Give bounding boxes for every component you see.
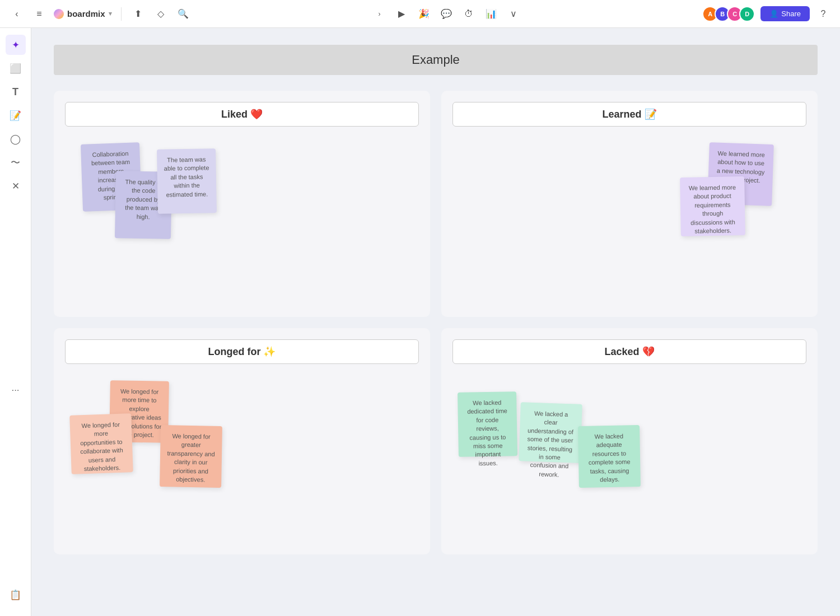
sidebar-shape-icon[interactable]: ◯ (6, 129, 26, 149)
chart-icon[interactable]: 📊 (483, 6, 499, 22)
nav-chevron-icon[interactable]: › (371, 6, 387, 22)
quadrant-lacked: Lacked 💔 We lacked dedicated time for co… (441, 328, 818, 554)
comment-icon[interactable]: 💬 (438, 6, 454, 22)
canvas: Example Liked ❤️ Collaboration between t… (31, 28, 840, 616)
timer-icon[interactable]: ⏱ (461, 6, 477, 22)
topbar-left: ‹ ≡ boardmix ▾ ⬆ ◇ 🔍 (9, 6, 191, 22)
sidebar-text-icon[interactable]: T (6, 82, 26, 102)
help-icon[interactable]: ? (815, 6, 831, 22)
sidebar-bottom-tool-icon[interactable]: 📋 (6, 585, 26, 605)
celebrate-icon[interactable]: 🎉 (416, 6, 432, 22)
brand-name: boardmix (67, 9, 105, 18)
lacked-note-2[interactable]: We lacked a clear understanding of some … (519, 402, 582, 463)
longed-note-3[interactable]: We longed for greater transparency and c… (160, 425, 222, 488)
quadrant-grid: Liked ❤️ Collaboration between team memb… (54, 91, 818, 554)
share-icon: 👤 (769, 10, 778, 18)
learned-note-2[interactable]: We learned more about product requiremen… (680, 176, 745, 236)
topbar-right: A B C D 👤 Share ? (702, 6, 831, 22)
menu-icon[interactable]: ≡ (31, 6, 47, 22)
sidebar-sticky-icon[interactable]: 📝 (6, 105, 26, 125)
tag-icon[interactable]: ◇ (153, 6, 169, 22)
longed-for-title: Longed for ✨ (65, 339, 419, 364)
board-title-bar: Example (54, 45, 818, 75)
learned-title: Learned 📝 (452, 102, 806, 127)
longed-note-2[interactable]: We longed for more opportunities to coll… (69, 413, 133, 474)
brand: boardmix ▾ (54, 9, 112, 19)
sidebar-palette-icon[interactable]: ✦ (6, 35, 26, 55)
brand-logo (54, 9, 64, 19)
sidebar-pen-icon[interactable]: 〜 (6, 152, 26, 172)
liked-content: Collaboration between team members incre… (65, 138, 419, 306)
lacked-note-1[interactable]: We lacked dedicated time for code review… (458, 391, 517, 457)
longed-for-content: We longed for more time to explore innov… (65, 375, 419, 543)
brand-chevron: ▾ (109, 10, 112, 17)
lacked-content: We lacked dedicated time for code review… (452, 375, 806, 543)
play-icon[interactable]: ▶ (394, 6, 409, 22)
quadrant-liked: Liked ❤️ Collaboration between team memb… (54, 91, 430, 317)
search-icon[interactable]: 🔍 (175, 6, 191, 22)
quadrant-learned: Learned 📝 We learned more about how to u… (441, 91, 818, 317)
liked-note-3[interactable]: The team was able to complete all the ta… (157, 148, 217, 214)
more-nav-icon[interactable]: ∨ (506, 6, 521, 22)
quadrant-longed-for: Longed for ✨ We longed for more time to … (54, 328, 430, 554)
sidebar: ✦ ⬜ T 📝 ◯ 〜 ✕ ··· 📋 (0, 28, 31, 616)
topbar-center: › ▶ 🎉 💬 ⏱ 📊 ∨ (371, 6, 521, 22)
board-title: Example (62, 53, 810, 67)
avatar-group: A B C D (702, 6, 755, 22)
lacked-note-3[interactable]: We lacked adequate resources to complete… (578, 425, 641, 488)
download-icon[interactable]: ⬆ (130, 6, 146, 22)
lacked-title: Lacked 💔 (452, 339, 806, 364)
topbar: ‹ ≡ boardmix ▾ ⬆ ◇ 🔍 › ▶ 🎉 💬 ⏱ 📊 ∨ A B C… (0, 0, 840, 28)
sidebar-connector-icon[interactable]: ✕ (6, 176, 26, 196)
liked-title: Liked ❤️ (65, 102, 419, 127)
back-button[interactable]: ‹ (9, 6, 25, 22)
sidebar-more-icon[interactable]: ··· (6, 380, 26, 400)
avatar: D (739, 6, 755, 22)
share-button[interactable]: 👤 Share (760, 6, 810, 21)
learned-content: We learned more about how to use a new t… (452, 138, 806, 306)
sidebar-frame-icon[interactable]: ⬜ (6, 58, 26, 78)
